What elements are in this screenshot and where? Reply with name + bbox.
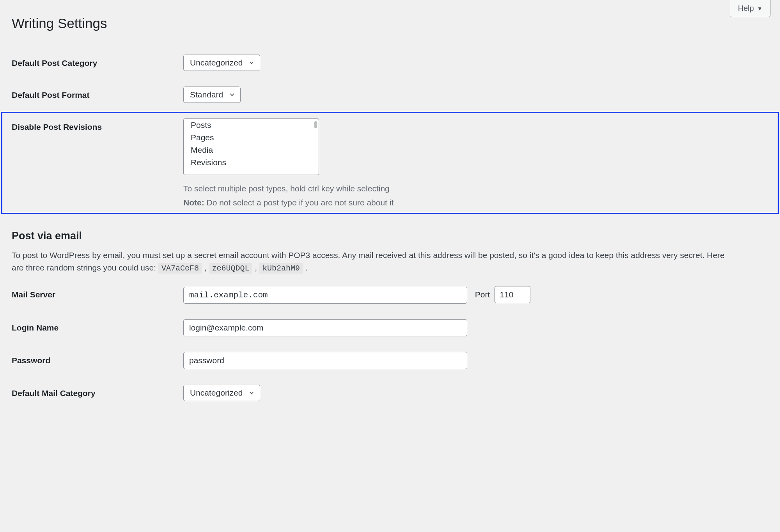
option-media[interactable]: Media [184,144,319,156]
section-heading-post-via-email: Post via email [0,215,780,249]
section-description: To post to WordPress by email, you must … [0,249,749,278]
select-value: Uncategorized [190,58,243,67]
help-tab[interactable]: Help ▼ [730,0,771,17]
label-default-mail-category: Default Mail Category [0,377,179,409]
random-string-1: VA7aCeF8 [158,263,202,274]
note-text: Do not select a post type if you are not… [204,198,394,207]
row-default-mail-category: Default Mail Category Uncategorized [0,377,780,409]
email-settings-form: Mail Server Port Login Name Password Def… [0,278,780,409]
settings-form: Default Post Category Uncategorized Defa… [0,47,780,215]
row-login-name: Login Name [0,311,780,344]
hint-multi-select: To select multiple post types, hold ctrl… [183,184,776,193]
option-posts[interactable]: Posts [184,119,319,131]
desc-text: To post to WordPress by email, you must … [12,251,725,272]
help-label: Help [738,4,754,13]
row-mail-server: Mail Server Port [0,278,780,311]
multiselect-disable-post-revisions[interactable]: Posts Pages Media Revisions [183,118,319,175]
label-default-post-format: Default Post Format [0,79,179,111]
select-default-post-format[interactable]: Standard [183,87,241,103]
select-value: Standard [190,90,223,99]
hint-note: Note: Do not select a post type if you a… [183,198,776,207]
row-disable-post-revisions: Disable Post Revisions Posts Pages Media… [0,111,780,215]
input-login-name[interactable] [183,319,467,336]
input-password[interactable] [183,352,467,369]
row-default-post-format: Default Post Format Standard [0,79,780,111]
note-prefix: Note: [183,198,204,207]
select-value: Uncategorized [190,388,243,397]
chevron-down-icon [248,389,255,396]
label-login-name: Login Name [0,311,179,344]
label-default-post-category: Default Post Category [0,47,179,79]
input-mail-server[interactable] [183,287,467,304]
option-pages[interactable]: Pages [184,131,319,144]
chevron-down-icon [248,59,255,66]
random-string-3: kUb2ahM9 [259,263,303,274]
page-title: Writing Settings [0,0,780,47]
select-default-post-category[interactable]: Uncategorized [183,55,260,71]
scrollbar-thumb[interactable] [314,121,317,128]
row-default-post-category: Default Post Category Uncategorized [0,47,780,79]
label-mail-server: Mail Server [0,278,179,311]
caret-down-icon: ▼ [757,5,762,12]
select-default-mail-category[interactable]: Uncategorized [183,385,260,401]
label-password: Password [0,344,179,377]
chevron-down-icon [229,91,236,98]
option-revisions[interactable]: Revisions [184,156,319,169]
label-disable-post-revisions: Disable Post Revisions [0,111,179,215]
label-port: Port [475,290,490,299]
row-password: Password [0,344,780,377]
random-string-2: ze6UQDQL [209,263,252,274]
input-port[interactable] [495,286,530,303]
